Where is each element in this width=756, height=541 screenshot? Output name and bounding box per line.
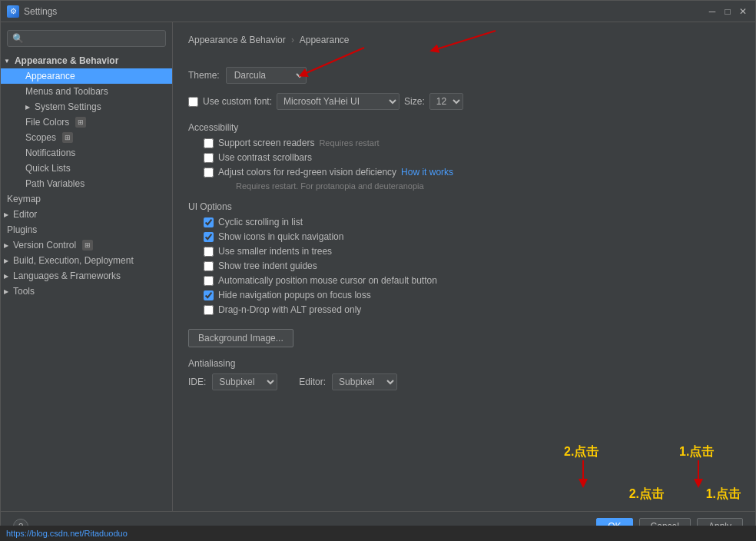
sidebar-item-appearance[interactable]: Appearance [1,68,172,84]
content-area: Appearance & Behavior › Appearance [173,22,755,511]
search-input[interactable] [7,30,166,47]
window-title: Settings [24,6,57,17]
close-button[interactable]: ✕ [737,5,749,18]
expand-icon-editor [4,211,8,218]
cyclic-scrolling-label: Cyclic scrolling in list [218,217,303,227]
sidebar-item-editor[interactable]: Editor [1,207,172,222]
accessibility-options: Support screen readers Requires restart … [188,138,740,191]
titlebar-controls: ─ □ ✕ [706,5,749,18]
hide-nav-popups-row: Hide navigation popups on focus loss [204,290,740,300]
file-colors-badge: ⊞ [75,117,86,128]
sidebar-item-menus-toolbars[interactable]: Menus and Toolbars [1,84,172,99]
drag-drop-alt-label: Drag-n-Drop with ALT pressed only [218,304,361,315]
use-custom-font-checkbox[interactable] [188,97,198,107]
sidebar-item-quick-lists[interactable]: Quick Lists [1,161,172,176]
bottom-bar: ? https://blog.csdn.net/Ritaduoduo OK Ca… [1,511,755,540]
vc-badge: ⊞ [82,240,93,251]
app-icon: ⚙ [7,5,19,18]
adjust-colors-sub: Requires restart. For protanopia and deu… [220,181,740,191]
support-screen-readers-checkbox[interactable] [204,138,214,148]
expand-icon-build [4,257,8,264]
adjust-colors-row: Adjust colors for red-green vision defic… [204,167,740,178]
mouse-cursor-label: Automatically position mouse cursor on d… [218,275,437,286]
url-bar: https://blog.csdn.net/Ritaduoduo [0,526,756,541]
drag-drop-alt-row: Drag-n-Drop with ALT pressed only [204,304,740,315]
cyclic-scrolling-row: Cyclic scrolling in list [204,217,740,227]
annotation-label-2: 2.点击 [629,486,664,503]
scopes-badge: ⊞ [62,132,73,143]
antialiasing-editor-dropdown[interactable]: Subpixel Greyscale None [332,373,397,390]
smaller-indents-label: Use smaller indents in trees [218,246,332,257]
tree-indent-guides-checkbox[interactable] [204,261,214,271]
mouse-cursor-checkbox[interactable] [204,276,214,286]
how-it-works-link[interactable]: How it works [401,167,453,178]
smaller-indents-checkbox[interactable] [204,247,214,257]
minimize-button[interactable]: ─ [706,5,718,18]
expand-icon [4,58,10,65]
theme-row: Theme: Darcula IntelliJ High contrast [188,67,740,84]
antialiasing-title: Antialiasing [188,358,740,369]
font-row: Use custom font: Microsoft YaHei UI Size… [188,93,740,110]
sidebar-item-plugins[interactable]: Plugins [1,222,172,237]
sidebar-item-appearance-behavior[interactable]: Appearance & Behavior [1,53,172,68]
hide-nav-popups-label: Hide navigation popups on focus loss [218,290,371,300]
show-icons-quick-nav-checkbox[interactable] [204,232,214,242]
sidebar-item-path-variables[interactable]: Path Variables [1,176,172,191]
background-image-button[interactable]: Background Image... [188,329,293,347]
bottom-right: https://blog.csdn.net/Ritaduoduo OK Canc… [596,518,743,535]
expand-icon-tools [4,288,8,295]
titlebar: ⚙ Settings ─ □ ✕ [1,1,755,22]
show-icons-quick-nav-row: Show icons in quick navigation [204,231,740,242]
support-screen-readers-row: Support screen readers Requires restart [204,138,740,148]
red-arrow-theme [295,44,372,82]
mouse-cursor-row: Automatically position mouse cursor on d… [204,275,740,286]
font-dropdown[interactable]: Microsoft YaHei UI [277,93,400,110]
ui-options-block: Cyclic scrolling in list Show icons in q… [188,217,740,315]
tree-indent-guides-row: Show tree indent guides [204,261,740,271]
sidebar-item-keymap[interactable]: Keymap [1,191,172,207]
show-icons-quick-nav-label: Show icons in quick navigation [218,231,343,242]
sidebar-item-notifications[interactable]: Notifications [1,145,172,161]
maximize-button[interactable]: □ [721,5,734,18]
sidebar-item-system-settings[interactable]: System Settings [1,99,172,115]
settings-window: ⚙ Settings ─ □ ✕ Appearance & Behavior A… [0,0,756,541]
contrast-scrollbars-label: Use contrast scrollbars [218,152,312,163]
sidebar-item-tools[interactable]: Tools [1,284,172,299]
sidebar-item-scopes[interactable]: Scopes ⊞ [1,130,172,145]
sidebar-item-file-colors[interactable]: File Colors ⊞ [1,115,172,130]
cyclic-scrolling-checkbox[interactable] [204,217,214,227]
sidebar-item-build[interactable]: Build, Execution, Deployment [1,253,172,268]
smaller-indents-row: Use smaller indents in trees [204,246,740,257]
contrast-scrollbars-checkbox[interactable] [204,153,214,163]
adjust-colors-checkbox[interactable] [204,168,214,178]
main-layout: Appearance & Behavior Appearance Menus a… [1,22,755,511]
background-btn-container: Background Image... [188,321,740,347]
red-arrow-breadcrumb [419,27,511,58]
tree-indent-guides-label: Show tree indent guides [218,261,317,271]
ui-options-title: UI Options [188,201,740,212]
sidebar-item-version-control[interactable]: Version Control ⊞ [1,237,172,253]
antialiasing-ide-dropdown[interactable]: Subpixel Greyscale None [212,373,277,390]
adjust-colors-label: Adjust colors for red-green vision defic… [218,167,396,178]
font-size-dropdown[interactable]: 12 11 13 14 [429,93,463,110]
accessibility-title: Accessibility [188,122,740,133]
expand-icon-vc [4,242,8,249]
expand-icon-system [25,104,30,111]
antialiasing-row: IDE: Subpixel Greyscale None Editor: Sub… [188,373,740,390]
hide-nav-popups-checkbox[interactable] [204,290,214,300]
drag-drop-alt-checkbox[interactable] [204,305,214,315]
sidebar: Appearance & Behavior Appearance Menus a… [1,22,173,511]
support-screen-readers-label: Support screen readers [218,138,314,148]
expand-icon-lang [4,273,8,280]
sidebar-item-languages[interactable]: Languages & Frameworks [1,268,172,284]
contrast-scrollbars-row: Use contrast scrollbars [204,152,740,163]
annotation-label-1: 1.点击 [706,486,741,503]
